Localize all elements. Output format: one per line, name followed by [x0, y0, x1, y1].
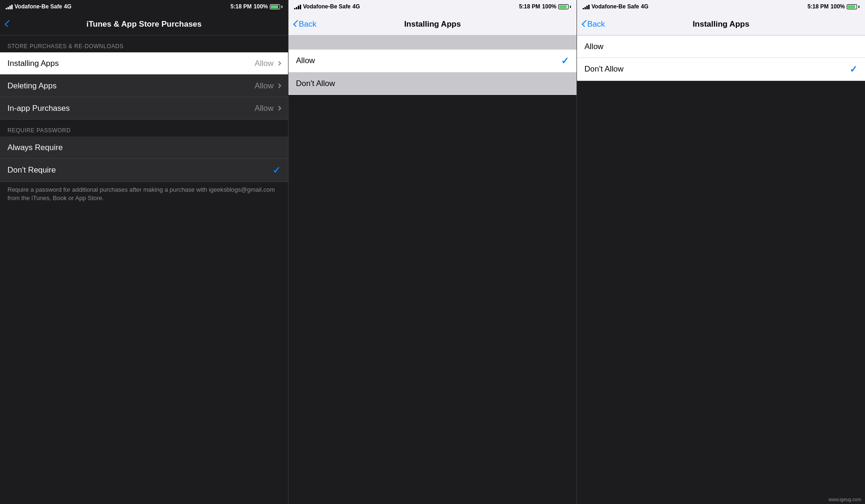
network-label-2: 4G — [353, 3, 360, 10]
battery-fill — [271, 5, 278, 8]
signal-bar — [584, 7, 586, 9]
inapp-purchases-value: Allow — [254, 104, 281, 113]
battery-body-3 — [847, 4, 857, 9]
always-require-item[interactable]: Always Require — [0, 137, 288, 159]
allow-item-2[interactable]: Allow ✓ — [288, 50, 577, 72]
signal-bar — [586, 6, 588, 9]
back-button-3[interactable]: Back — [583, 20, 605, 29]
back-label-3: Back — [587, 20, 605, 29]
time-label-2: 5:18 PM — [519, 3, 540, 10]
chevron-left-icon — [5, 20, 12, 27]
signal-bar — [588, 5, 590, 9]
status-bar-1: Vodafone-Be Safe 4G 5:18 PM 100% — [0, 0, 288, 13]
battery-icon-1 — [270, 4, 282, 9]
content-area-3: Allow Don't Allow ✓ — [577, 36, 865, 504]
panel-2: Vodafone-Be Safe 4G 5:18 PM 100% Back In… — [288, 0, 577, 504]
network-label-3: 4G — [641, 3, 649, 10]
battery-tip-3 — [858, 6, 859, 8]
battery-icon-2 — [558, 4, 571, 9]
chevron-right-icon — [277, 106, 281, 111]
battery-tip — [281, 6, 282, 8]
password-list-group: Always Require Don't Require ✓ — [0, 137, 288, 182]
signal-bar — [294, 8, 296, 9]
installing-apps-value: Allow — [254, 59, 281, 68]
panel-3: Vodafone-Be Safe 4G 5:18 PM 100% Back In… — [577, 0, 865, 504]
checkmark-icon-3: ✓ — [850, 64, 858, 75]
deleting-apps-label: Deleting Apps — [7, 81, 57, 91]
allow-item-3[interactable]: Allow — [577, 36, 865, 58]
inapp-purchases-label: In-app Purchases — [7, 104, 70, 113]
signal-bar — [9, 6, 11, 9]
time-label: 5:18 PM — [231, 3, 252, 10]
chevron-right-icon — [277, 84, 281, 88]
battery-fill-3 — [848, 5, 855, 8]
signal-bar — [6, 8, 7, 9]
chevron-right-icon — [277, 61, 281, 66]
time-label-3: 5:18 PM — [807, 3, 829, 10]
status-left-1: Vodafone-Be Safe 4G — [6, 3, 72, 10]
nav-title-2: Installing Apps — [404, 20, 461, 29]
nav-bar-2: Back Installing Apps — [288, 13, 577, 36]
signal-bar — [300, 5, 301, 9]
battery-body — [270, 4, 280, 9]
status-left-2: Vodafone-Be Safe 4G — [294, 3, 360, 10]
store-list-group: Installing Apps Allow Deleting Apps Allo… — [0, 52, 288, 120]
dont-require-item[interactable]: Don't Require ✓ — [0, 159, 288, 182]
status-left-3: Vodafone-Be Safe 4G — [583, 3, 649, 10]
panel-1: Vodafone-Be Safe 4G 5:18 PM 100% iTunes … — [0, 0, 288, 504]
deleting-apps-item[interactable]: Deleting Apps Allow — [0, 75, 288, 97]
signal-bar — [11, 5, 13, 9]
dont-allow-item-3[interactable]: Don't Allow ✓ — [577, 58, 865, 81]
content-area-2: Allow ✓ Don't Allow — [288, 36, 577, 504]
battery-body-2 — [558, 4, 569, 9]
nav-bar-3: Back Installing Apps — [577, 13, 865, 36]
battery-tip-2 — [570, 6, 571, 8]
signal-bar — [298, 6, 299, 9]
signal-bars-2 — [294, 4, 301, 9]
allow-label-3: Allow — [584, 42, 604, 51]
carrier-label-2: Vodafone-Be Safe — [303, 3, 351, 10]
installing-list-group-3: Allow Don't Allow ✓ — [577, 36, 865, 81]
checkmark-icon-2: ✓ — [561, 55, 569, 66]
checkmark-icon: ✓ — [273, 165, 281, 176]
always-require-label: Always Require — [7, 143, 63, 152]
footer-text: Require a password for additional purcha… — [0, 182, 288, 210]
back-button-1[interactable] — [6, 21, 9, 27]
installing-list-group-2: Allow ✓ Don't Allow — [288, 50, 577, 95]
installing-apps-label: Installing Apps — [7, 59, 59, 68]
dont-require-label: Don't Require — [7, 166, 56, 175]
nav-bar-1: iTunes & App Store Purchases — [0, 13, 288, 36]
status-bar-3: Vodafone-Be Safe 4G 5:18 PM 100% — [577, 0, 865, 13]
deleting-apps-value: Allow — [254, 81, 281, 91]
battery-label: 100% — [253, 3, 268, 10]
status-right-2: 5:18 PM 100% — [519, 3, 571, 10]
battery-fill-2 — [559, 5, 567, 8]
section-header-password: REQUIRE PASSWORD — [0, 120, 288, 137]
section-header-store: STORE PURCHASES & RE-DOWNLOADS — [0, 36, 288, 52]
dont-allow-item-2[interactable]: Don't Allow — [288, 72, 577, 95]
carrier-label-3: Vodafone-Be Safe — [591, 3, 639, 10]
status-right-1: 5:18 PM 100% — [231, 3, 282, 10]
signal-bars-1 — [6, 4, 13, 9]
carrier-label: Vodafone-Be Safe — [14, 3, 62, 10]
dont-allow-label-3: Don't Allow — [584, 65, 624, 74]
battery-label-2: 100% — [542, 3, 556, 10]
back-button-2[interactable]: Back — [294, 20, 317, 29]
installing-apps-item[interactable]: Installing Apps Allow — [0, 52, 288, 75]
signal-bars-3 — [583, 4, 590, 9]
status-right-3: 5:18 PM 100% — [807, 3, 859, 10]
signal-bar — [583, 8, 584, 9]
status-bar-2: Vodafone-Be Safe 4G 5:18 PM 100% — [288, 0, 577, 13]
watermark: www.igeug.com — [829, 497, 861, 502]
back-label-2: Back — [299, 20, 317, 29]
signal-bar — [7, 7, 9, 9]
top-gray-area-2 — [288, 36, 577, 50]
battery-icon-3 — [847, 4, 859, 9]
dont-allow-label-2: Don't Allow — [296, 79, 335, 88]
inapp-purchases-item[interactable]: In-app Purchases Allow — [0, 97, 288, 120]
nav-title-1: iTunes & App Store Purchases — [86, 20, 202, 29]
content-area-1: STORE PURCHASES & RE-DOWNLOADS Installin… — [0, 36, 288, 504]
network-label: 4G — [64, 3, 72, 10]
allow-label-2: Allow — [296, 56, 315, 65]
battery-label-3: 100% — [830, 3, 845, 10]
